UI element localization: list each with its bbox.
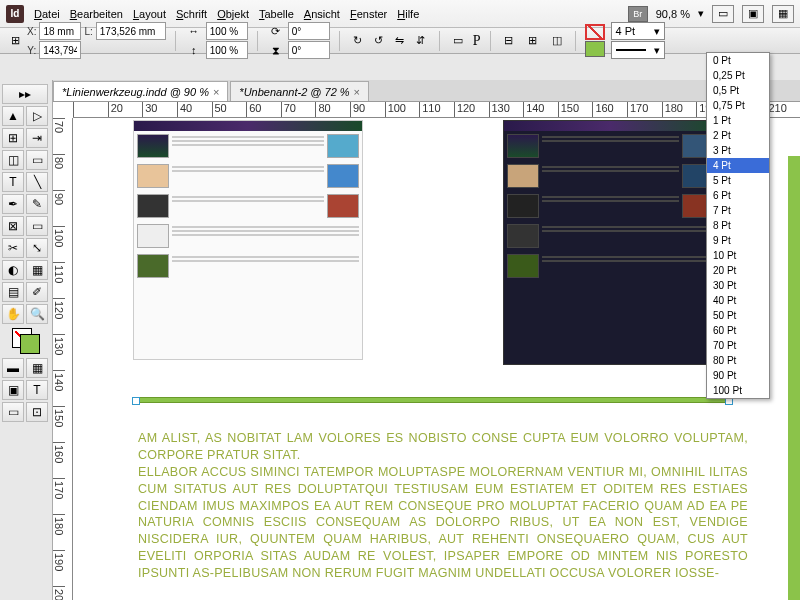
menu-table[interactable]: Tabelle: [259, 8, 294, 20]
view-mode-icon[interactable]: ▭: [712, 5, 734, 23]
rotate-cw-icon[interactable]: ↻: [349, 32, 367, 50]
page-tool[interactable]: ⊞: [2, 128, 24, 148]
zoom-tool[interactable]: 🔍: [26, 304, 48, 324]
note-tool[interactable]: ▤: [2, 282, 24, 302]
feather-tool[interactable]: ▦: [26, 260, 48, 280]
apply-gradient[interactable]: ▦: [26, 358, 48, 378]
stroke-option[interactable]: 7 Pt: [707, 203, 769, 218]
body-text-frame[interactable]: AM ALIST, AS NOBITAT LAM VOLORES ES NOBI…: [138, 430, 748, 582]
menu-file[interactable]: Datei: [34, 8, 60, 20]
close-icon[interactable]: ×: [213, 86, 219, 98]
pencil-tool[interactable]: ✎: [26, 194, 48, 214]
pathfinder-icon[interactable]: ◫: [548, 32, 566, 50]
stroke-option[interactable]: 90 Pt: [707, 368, 769, 383]
stroke-option[interactable]: 9 Pt: [707, 233, 769, 248]
eyedropper-tool[interactable]: ✐: [26, 282, 48, 302]
gap-tool[interactable]: ⇥: [26, 128, 48, 148]
frame-tool[interactable]: ⊠: [2, 216, 24, 236]
stroke-option[interactable]: 40 Pt: [707, 293, 769, 308]
select-parent-icon[interactable]: ▭: [449, 32, 467, 50]
scale-x-icon: ↔: [185, 22, 203, 40]
preview-mode[interactable]: T: [26, 380, 48, 400]
line-tool[interactable]: ╲: [26, 172, 48, 192]
close-icon[interactable]: ×: [354, 86, 360, 98]
paragraph-icon[interactable]: P: [473, 33, 481, 49]
stroke-option[interactable]: 5 Pt: [707, 173, 769, 188]
menu-help[interactable]: Hilfe: [397, 8, 419, 20]
scale-x[interactable]: [206, 22, 248, 40]
rect-tool[interactable]: ▭: [26, 216, 48, 236]
stroke-option[interactable]: 20 Pt: [707, 263, 769, 278]
stroke-option[interactable]: 8 Pt: [707, 218, 769, 233]
dropdown-icon[interactable]: ▾: [698, 7, 704, 20]
ref-point-icon[interactable]: ⊞: [6, 32, 24, 50]
bridge-icon[interactable]: Br: [628, 6, 648, 22]
scissors-tool[interactable]: ✂: [2, 238, 24, 258]
menu-window[interactable]: Fenster: [350, 8, 387, 20]
flip-h-icon[interactable]: ⇋: [391, 32, 409, 50]
shear-input[interactable]: [288, 41, 330, 59]
pen-tool[interactable]: ✒: [2, 194, 24, 214]
chevron-down-icon: ▾: [654, 25, 660, 38]
stroke-option[interactable]: 80 Pt: [707, 353, 769, 368]
screen-mode-icon[interactable]: ▣: [742, 5, 764, 23]
stroke-option[interactable]: 0,25 Pt: [707, 68, 769, 83]
stroke-option[interactable]: 60 Pt: [707, 323, 769, 338]
x-input[interactable]: [39, 22, 81, 40]
rotate-input[interactable]: [288, 22, 330, 40]
menu-object[interactable]: Objekt: [217, 8, 249, 20]
stroke-option[interactable]: 70 Pt: [707, 338, 769, 353]
placed-image-light[interactable]: [133, 120, 363, 360]
text-tool[interactable]: T: [2, 172, 24, 192]
scale-y[interactable]: [206, 41, 248, 59]
stroke-option[interactable]: 30 Pt: [707, 278, 769, 293]
distribute-icon[interactable]: ⊞: [524, 32, 542, 50]
direct-selection-tool[interactable]: ▷: [26, 106, 48, 126]
stroke-option[interactable]: 3 Pt: [707, 143, 769, 158]
arrange-icon[interactable]: ▦: [772, 5, 794, 23]
y-input[interactable]: [39, 41, 81, 59]
page-canvas[interactable]: AM ALIST, AS NOBITAT LAM VOLORES ES NOBI…: [73, 118, 800, 600]
zoom-level[interactable]: 90,8 %: [656, 8, 690, 20]
tab-1[interactable]: *Linienwerkzeug.indd @ 90 %×: [53, 81, 228, 101]
stroke-option[interactable]: 10 Pt: [707, 248, 769, 263]
menu-layout[interactable]: Layout: [133, 8, 166, 20]
placed-image-dark[interactable]: [503, 120, 718, 365]
stroke-color-icon[interactable]: [585, 41, 605, 57]
fill-none-icon[interactable]: [585, 24, 605, 40]
l-label: L:: [84, 26, 92, 37]
stroke-weight-select[interactable]: 4 Pt▾: [611, 22, 665, 40]
stroke-option[interactable]: 0,75 Pt: [707, 98, 769, 113]
toolbox-collapse[interactable]: ▸▸: [2, 84, 48, 104]
horizontal-ruler: 2030405060708090100110120130140150160170…: [73, 102, 800, 118]
type-tool[interactable]: ▭: [26, 150, 48, 170]
stroke-option[interactable]: 2 Pt: [707, 128, 769, 143]
stroke-option[interactable]: 0,5 Pt: [707, 83, 769, 98]
hand-tool[interactable]: ✋: [2, 304, 24, 324]
color-swatch[interactable]: [12, 328, 40, 354]
normal-mode[interactable]: ▣: [2, 380, 24, 400]
rotate-ccw-icon[interactable]: ↺: [370, 32, 388, 50]
stroke-style-select[interactable]: ▾: [611, 41, 665, 59]
menu-view[interactable]: Ansicht: [304, 8, 340, 20]
menu-type[interactable]: Schrift: [176, 8, 207, 20]
stroke-option[interactable]: 0 Pt: [707, 53, 769, 68]
stroke-option[interactable]: 50 Pt: [707, 308, 769, 323]
menu-edit[interactable]: Bearbeiten: [70, 8, 123, 20]
apply-color[interactable]: ▬: [2, 358, 24, 378]
screen-mode[interactable]: ▭: [2, 402, 24, 422]
tab-2[interactable]: *Unbenannt-2 @ 72 %×: [230, 81, 369, 101]
selected-line-object[interactable]: [135, 397, 730, 403]
stroke-option[interactable]: 4 Pt: [707, 158, 769, 173]
flip-v-icon[interactable]: ⇵: [412, 32, 430, 50]
stroke-option[interactable]: 100 Pt: [707, 383, 769, 398]
stroke-option[interactable]: 1 Pt: [707, 113, 769, 128]
transform-tool[interactable]: ⤡: [26, 238, 48, 258]
stroke-option[interactable]: 6 Pt: [707, 188, 769, 203]
selection-tool[interactable]: ▲: [2, 106, 24, 126]
l-input[interactable]: [96, 22, 166, 40]
screen-mode-2[interactable]: ⊡: [26, 402, 48, 422]
content-tool[interactable]: ◫: [2, 150, 24, 170]
gradient-tool[interactable]: ◐: [2, 260, 24, 280]
align-icon[interactable]: ⊟: [500, 32, 518, 50]
